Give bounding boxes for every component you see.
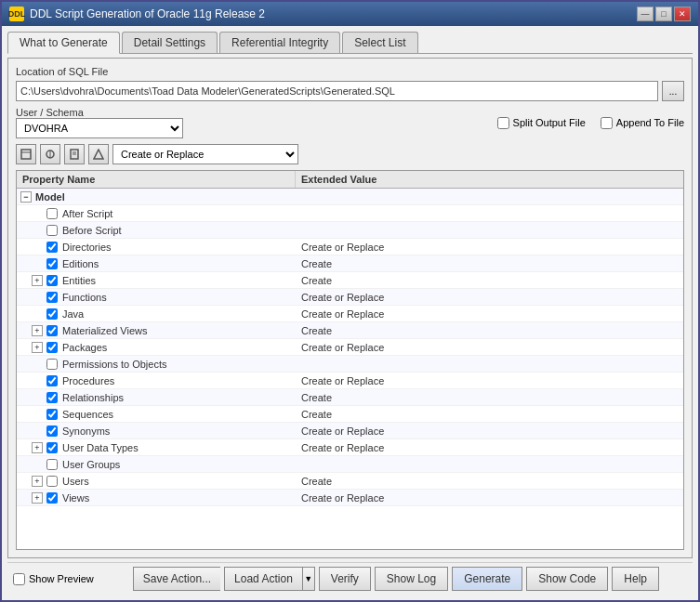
- tree-cell-name: + Entities: [17, 275, 296, 286]
- show-code-button[interactable]: Show Code: [526, 567, 608, 591]
- tree-cell-name: Synonyms: [17, 425, 296, 437]
- table-row: + User Data Types Create or Replace: [17, 439, 683, 456]
- table-row: After Script: [17, 205, 683, 222]
- tree-cell-name: + User Data Types: [17, 442, 296, 453]
- expander-icon[interactable]: +: [32, 492, 43, 504]
- close-button[interactable]: ✕: [674, 7, 691, 21]
- create-mode-select[interactable]: Create or Replace Create Drop and Create: [112, 144, 298, 164]
- icon-btn-1[interactable]: [16, 144, 36, 164]
- save-action-button[interactable]: Save Action...: [133, 567, 220, 591]
- row-checkbox[interactable]: [46, 275, 58, 286]
- app-icon: DDL: [9, 7, 24, 21]
- row-label: Synonyms: [62, 425, 110, 437]
- schema-select[interactable]: DVOHRA: [16, 118, 183, 138]
- row-checkbox[interactable]: [46, 392, 58, 403]
- property-tree-table: Property Name Extended Value − Model: [16, 170, 684, 550]
- append-to-file-checkbox[interactable]: [601, 117, 613, 129]
- sql-file-input[interactable]: [16, 81, 658, 101]
- tree-cell-value: Create: [296, 476, 683, 487]
- table-row: + Entities Create: [17, 272, 683, 289]
- tree-cell-value: Create or Replace: [296, 292, 683, 303]
- svg-marker-7: [94, 150, 103, 159]
- tab-detail-settings[interactable]: Detail Settings: [122, 32, 218, 53]
- verify-button[interactable]: Verify: [319, 567, 371, 591]
- icon-btn-2[interactable]: [40, 144, 60, 164]
- tab-referential-integrity[interactable]: Referential Integrity: [219, 32, 340, 53]
- row-checkbox[interactable]: [46, 375, 58, 386]
- split-output-label[interactable]: Split Output File: [497, 117, 586, 129]
- minimize-button[interactable]: —: [637, 7, 654, 21]
- row-label: Permissions to Objects: [62, 359, 166, 370]
- tree-cell-name: Sequences: [17, 409, 296, 420]
- row-checkbox[interactable]: [46, 342, 58, 353]
- table-row: User Groups: [17, 456, 683, 473]
- row-checkbox[interactable]: [46, 258, 58, 269]
- row-checkbox[interactable]: [46, 359, 58, 370]
- window-controls: — □ ✕: [637, 7, 691, 21]
- row-checkbox[interactable]: [46, 225, 58, 236]
- row-label: Directories: [62, 242, 112, 253]
- row-checkbox[interactable]: [46, 442, 58, 453]
- tree-cell-value: Create: [296, 325, 683, 336]
- tree-cell-name: + Packages: [17, 342, 296, 353]
- row-checkbox[interactable]: [46, 325, 58, 336]
- split-output-checkbox[interactable]: [497, 117, 509, 129]
- window-content: What to Generate Detail Settings Referen…: [2, 26, 698, 600]
- tree-cell-name: User Groups: [17, 459, 296, 470]
- tree-cell-name: Java: [17, 308, 296, 320]
- row-checkbox[interactable]: [46, 292, 58, 303]
- load-action-arrow[interactable]: ▼: [302, 567, 315, 591]
- generate-button[interactable]: Generate: [452, 567, 522, 591]
- table-row: Procedures Create or Replace: [17, 373, 683, 389]
- icon-btn-4[interactable]: [88, 144, 109, 164]
- row-checkbox[interactable]: [46, 242, 58, 253]
- col-extended-value: Extended Value: [296, 171, 683, 188]
- tree-cell-name: After Script: [17, 208, 296, 219]
- row-checkbox[interactable]: [46, 308, 58, 320]
- expander-icon[interactable]: −: [20, 191, 32, 203]
- action-buttons: Save Action... Load Action ▼ Verify Show…: [105, 567, 687, 591]
- tab-what-to-generate[interactable]: What to Generate: [7, 32, 120, 54]
- table-row: Permissions to Objects: [17, 356, 683, 373]
- row-checkbox[interactable]: [46, 476, 58, 487]
- append-to-file-label[interactable]: Append To File: [601, 117, 684, 129]
- main-panel: Location of SQL File ... User / Schema D…: [7, 58, 693, 558]
- show-log-button[interactable]: Show Log: [375, 567, 448, 591]
- schema-section: User / Schema DVOHRA: [16, 107, 183, 138]
- tree-cell-name: Before Script: [17, 225, 296, 236]
- maximize-button[interactable]: □: [655, 7, 672, 21]
- row-checkbox[interactable]: [46, 459, 58, 470]
- row-checkbox[interactable]: [46, 425, 58, 437]
- expander-icon[interactable]: +: [32, 325, 43, 336]
- expander-icon[interactable]: +: [32, 476, 43, 487]
- sql-file-section: Location of SQL File ...: [16, 66, 684, 101]
- row-checkbox[interactable]: [46, 409, 58, 420]
- expander-icon[interactable]: +: [32, 275, 43, 286]
- row-label: Functions: [62, 292, 107, 303]
- tree-cell-name: + Views: [17, 492, 296, 504]
- row-label: Editions: [62, 258, 99, 269]
- expander-icon[interactable]: +: [32, 442, 43, 453]
- tab-select-list[interactable]: Select List: [342, 32, 417, 53]
- svg-rect-0: [21, 150, 31, 159]
- table-row: Synonyms Create or Replace: [17, 423, 683, 439]
- user-schema-label: User / Schema: [16, 107, 183, 118]
- tree-cell-value: Create or Replace: [296, 425, 683, 437]
- row-checkbox[interactable]: [46, 208, 58, 219]
- help-button[interactable]: Help: [612, 567, 659, 591]
- schema-options-row: User / Schema DVOHRA Split Output File: [16, 107, 684, 138]
- tree-cell-value: Create: [296, 392, 683, 403]
- show-preview-check[interactable]: Show Preview: [13, 573, 94, 585]
- row-label: User Groups: [62, 459, 120, 470]
- table-row: + Materialized Views Create: [17, 322, 683, 339]
- row-checkbox[interactable]: [46, 492, 58, 504]
- expander-icon[interactable]: +: [32, 342, 43, 353]
- icon-btn-3[interactable]: [64, 144, 85, 164]
- show-preview-checkbox[interactable]: [13, 573, 25, 585]
- row-label: Model: [35, 191, 65, 203]
- load-action-button[interactable]: Load Action: [224, 567, 302, 591]
- window-title: DDL Script Generation of Oracle 11g Rele…: [30, 7, 265, 20]
- right-options: Split Output File Append To File: [497, 117, 684, 129]
- row-label: Materialized Views: [62, 325, 148, 336]
- browse-button[interactable]: ...: [662, 81, 684, 101]
